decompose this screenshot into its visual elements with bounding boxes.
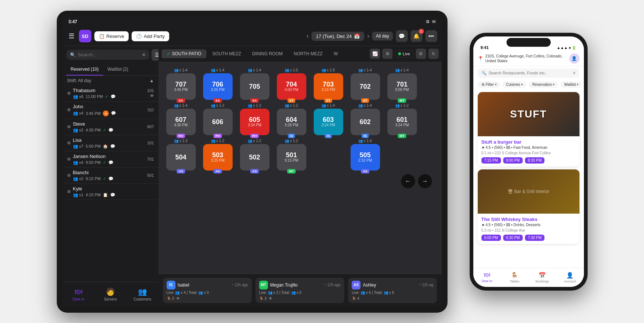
trend-icon-button[interactable]: 📈: [370, 49, 380, 59]
check-icon: ✓: [167, 51, 170, 56]
table-503[interactable]: 👥 x 1-2 503 3:25 PM AS: [201, 139, 234, 171]
settings-icon: ⚙: [67, 189, 71, 194]
status-icon: ✓: [105, 94, 108, 99]
server-badge: SA: [177, 98, 185, 103]
table-705[interactable]: 👥 x 1-4 705 SA: [238, 68, 271, 100]
clear-icon[interactable]: ✕: [572, 71, 576, 76]
prev-date-button[interactable]: ‹: [307, 33, 309, 39]
server-megan[interactable]: MT Megan Trujillo ~ 12h ago Live: 👥 x 2 …: [255, 278, 344, 303]
status-badge: ●: [103, 110, 109, 116]
settings-icon-button[interactable]: ⚙: [382, 49, 393, 59]
all-day-button[interactable]: All day: [372, 32, 393, 41]
server-isabel[interactable]: IS Isabel ~ 12h ago Live: 👥 x 4 | Total:…: [163, 278, 252, 303]
shift-selector[interactable]: Shift: All day ▲: [63, 76, 159, 85]
settings-icon: ⚙: [67, 124, 71, 129]
dine-in-icon: 🍽: [484, 272, 490, 278]
table-605[interactable]: 👥 x 1-2 605 3:34 PM RH: [238, 103, 271, 135]
table-row-500: 👥 x 1-3 504 AS 👥 x 1-2 503 3:25: [164, 139, 436, 171]
table-703[interactable]: 👥 x 1-5 703 3:14 PM ST: [312, 68, 345, 100]
time-slot[interactable]: 7:15 PM: [481, 157, 501, 164]
table-603[interactable]: 👥 x 1-4 603 3:24 PM IS: [312, 103, 345, 135]
eye-icon: 👁: [269, 296, 272, 301]
tablet-screen: 3:47 ⚙ ✉ ☰ SD 📋 Reserve 🕐 Add Party ‹ 1: [63, 17, 442, 307]
time-slot[interactable]: 8:00 PM: [503, 157, 523, 164]
menu-button[interactable]: ☰: [67, 31, 76, 42]
tab-dining-room[interactable]: DINING ROOM: [247, 49, 288, 58]
time-slot[interactable]: 7:30 PM: [525, 235, 544, 241]
filter-chip-waitlist[interactable]: Waitlist ▾: [560, 81, 582, 88]
chevron-icon: ▾: [577, 83, 578, 86]
phone-nav-account[interactable]: 👤 Account: [556, 268, 584, 287]
table-606[interactable]: 👥 x 1-2 606 RH: [201, 103, 234, 135]
table-502[interactable]: 👥 x 1-2 502 AS: [238, 139, 271, 171]
tab-waitlist[interactable]: Waitlist (2): [103, 64, 133, 76]
table-602[interactable]: 👥 x 1-4 602 IS: [349, 103, 382, 135]
notifications-button[interactable]: 🔔 1: [411, 30, 422, 42]
filter-chip-cuisines[interactable]: Cuisines ▾: [502, 81, 526, 88]
messages-button[interactable]: 💬: [396, 30, 408, 42]
prev-page-button[interactable]: ←: [401, 174, 415, 188]
search-input[interactable]: [78, 52, 140, 57]
table-504[interactable]: 👥 x 1-3 504 AS: [164, 139, 198, 171]
customers-nav[interactable]: 👥 Customers: [126, 282, 159, 307]
table-505[interactable]: 👥 x 1-4 505 2:32 PM AS: [349, 139, 382, 171]
table-607[interactable]: 👥 x 1-4 607 4:30 PM RH: [164, 103, 198, 135]
phone-nav-bookings[interactable]: 📅 Bookings: [529, 268, 556, 287]
phone-nav-dine-in[interactable]: 🍽 Dine In: [473, 268, 501, 287]
restaurant-card-stuft[interactable]: STUFT Stuft a burger bar ★ 4.5 • (560) •…: [478, 92, 579, 166]
tab-south-mezz[interactable]: SOUTH MEZZ: [207, 49, 246, 58]
tab-south-patio[interactable]: ✓ SOUTH PATIO: [161, 49, 207, 58]
table-702[interactable]: 👥 x 1-4 702 ST: [349, 68, 382, 100]
phone-search-input[interactable]: [489, 71, 570, 75]
time-slot[interactable]: 6:00 PM: [481, 235, 501, 241]
server-ashley[interactable]: AS Ashley ~ 12h ag Live: 👥 x 6 | Total: …: [348, 278, 437, 303]
server-badge: AS: [361, 169, 369, 173]
tab-reserved[interactable]: Reserved (10): [66, 64, 103, 76]
search-clear-button[interactable]: ✕: [142, 52, 146, 57]
table-706[interactable]: 👥 x 1-4 706 3:25 PM SA: [201, 68, 234, 100]
list-item[interactable]: ⚙ Bianchi 👥 x2 9:15 PM ✓ 💬: [63, 168, 159, 184]
list-item[interactable]: ⚙ Lisa 👥 x7 5:00 PM 🏠 💬: [63, 135, 159, 151]
time-slot[interactable]: 8:30 PM: [525, 157, 544, 164]
servers-nav[interactable]: 🧑 Servers: [94, 282, 126, 307]
tab-north-mezz[interactable]: NORTH MEZZ: [289, 49, 328, 58]
phone-search-bar[interactable]: 🔍 ✕: [478, 69, 579, 78]
settings-icon: ⚙: [67, 173, 71, 178]
time-slot[interactable]: 6:30 PM: [503, 235, 523, 241]
list-item[interactable]: ⚙ Thabasum 👥 x6 11:00 PM ✓ 💬: [63, 85, 159, 102]
search-bar[interactable]: 🔍 ✕: [66, 50, 149, 60]
list-item[interactable]: ⚙ John 👥 x4 3:45 PM ● 💬: [63, 102, 159, 119]
table-701[interactable]: 👥 x 1-4 701 9:00 PM MT: [386, 68, 419, 100]
table-704[interactable]: 👥 x 1-5 704 4:00 PM ST: [275, 68, 308, 100]
server-badge: ST: [324, 98, 333, 103]
time-slots-whiskey: 6:00 PM 6:30 PM 7:30 PM: [481, 235, 576, 241]
table-604[interactable]: 👥 x 1-2 604 3:26 PM IS: [275, 103, 308, 135]
server-badge: SA: [213, 98, 222, 103]
phone-device: 9:41 ▲▲▲ ● 🔋 📍 210S, College Avenuge, Fo…: [470, 33, 588, 291]
reserve-button[interactable]: 📋 Reserve: [94, 31, 129, 41]
next-date-button[interactable]: ›: [367, 33, 369, 39]
user-avatar[interactable]: 👤: [569, 53, 579, 64]
dine-in-nav[interactable]: 🍽 Dine In: [63, 282, 95, 307]
filter-chip-filter[interactable]: ⚙ Filter ▾: [478, 81, 500, 88]
add-party-button[interactable]: 🕐 Add Party: [132, 31, 169, 41]
chat-icon: 💬: [108, 128, 114, 133]
table-501[interactable]: 👥 x 1-2 501 9:15 PM MT: [275, 139, 308, 171]
restaurant-info-whiskey: The Still Whiskey Steaks ★ 4.5 • (560) •…: [478, 214, 579, 244]
restaurant-card-whiskey[interactable]: 🥃 Bar & Grill Interior The Still Whiskey…: [478, 169, 579, 244]
more-options-button[interactable]: •••: [425, 30, 437, 42]
phone-nav-tables[interactable]: 🪑 Tables: [501, 268, 529, 287]
table-601[interactable]: 👥 x 1-2 601 3:24 PM MT: [386, 103, 419, 135]
list-item[interactable]: ⚙ Jansen Neilson 👥 x4 9:00 PM ✓ 💬: [63, 151, 159, 168]
list-item[interactable]: ⚙ Steve 👥 x2 4:30 PM ✓ 💬: [63, 119, 159, 135]
search-icon: 🔍: [70, 52, 76, 57]
tab-w[interactable]: W: [328, 49, 343, 58]
filter-chip-reservation[interactable]: Reservation ▾: [529, 81, 558, 88]
next-page-button[interactable]: →: [418, 174, 432, 188]
server-badge: AS: [250, 169, 259, 173]
server-badge: ST: [361, 98, 369, 103]
refresh-icon-button[interactable]: ↻: [428, 49, 439, 59]
gear-icon-button[interactable]: ⚙: [416, 49, 426, 59]
list-item[interactable]: ⚙ Kyle 👥 x1 4:15 PM 📋 💬: [63, 184, 159, 200]
table-707[interactable]: 👥 x 1-4 707 3:45 PM SA: [164, 68, 198, 100]
